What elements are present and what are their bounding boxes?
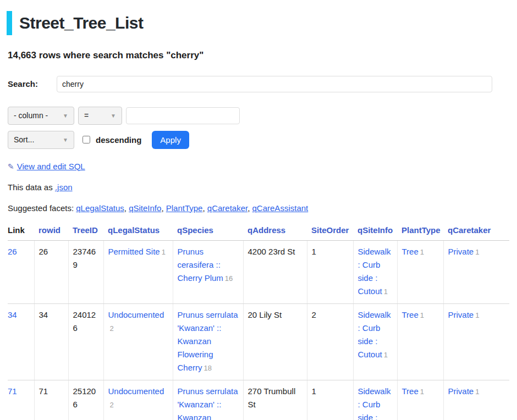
cell-qaddress: 4200 23rd St: [243, 240, 307, 303]
filter-column-value: - column -: [14, 111, 48, 120]
filter-value-input[interactable]: [126, 107, 240, 124]
column-header-link-qlegalstatus[interactable]: qLegalStatus: [108, 225, 160, 235]
facet-count-badge: 1: [475, 388, 479, 396]
filter-form: - column - ▼ = ▼: [8, 107, 509, 125]
search-input[interactable]: [57, 76, 492, 92]
filter-operator-select[interactable]: = ▼: [78, 107, 122, 125]
sql-link-line: ✎View and edit SQL: [8, 162, 509, 171]
cell-link-qsiteinfo[interactable]: Sidewalk: Curb side : Cutout: [358, 386, 391, 420]
cell-qspecies: Prunus serrulata 'Kwanzan' :: Kwanzan Fl…: [173, 303, 243, 380]
cell-qspecies: Prunus cerasifera :: Cherry Plum16: [173, 240, 243, 303]
column-header-qcaretaker[interactable]: qCaretaker: [443, 223, 509, 241]
column-header-qlegalstatus[interactable]: qLegalStatus: [103, 223, 173, 241]
column-header-planttype[interactable]: PlantType: [397, 223, 443, 241]
column-header-link-rowid[interactable]: rowid: [38, 225, 61, 235]
cell-treeid: 240126: [68, 303, 103, 380]
column-header-link-siteorder[interactable]: SiteOrder: [311, 225, 349, 235]
cell-link-link[interactable]: 71: [8, 386, 17, 396]
column-header-link-planttype[interactable]: PlantType: [402, 225, 441, 235]
cell-link-qspecies[interactable]: Prunus cerasifera :: Cherry Plum: [178, 247, 223, 283]
filter-operator-value: =: [84, 111, 89, 120]
cell-planttype: Tree1: [397, 380, 443, 420]
facet-count-badge: 16: [225, 274, 233, 283]
cell-link-qcaretaker[interactable]: Private: [448, 247, 474, 256]
cell-qlegalstatus: Permitted Site1: [103, 240, 173, 303]
column-header-qspecies[interactable]: qSpecies: [173, 223, 243, 241]
cell-planttype: Tree1: [397, 240, 443, 303]
descending-checkbox[interactable]: [82, 136, 90, 143]
descending-label: descending: [96, 135, 141, 145]
facet-count-badge: 1: [475, 311, 479, 319]
cell-qcaretaker: Private1: [443, 303, 509, 380]
cell-qcaretaker: Private1: [443, 240, 509, 303]
search-form: Search:: [8, 76, 509, 92]
cell-qcaretaker: Private1: [443, 380, 509, 420]
cell-link-link[interactable]: 26: [8, 247, 17, 256]
facet-link-qlegalstatus[interactable]: qLegalStatus: [76, 203, 124, 213]
sort-select-value: Sort...: [14, 135, 34, 144]
cell-link-link[interactable]: 34: [8, 310, 17, 319]
data-export-line: This data as .json: [8, 183, 509, 192]
column-header-link-qaddress[interactable]: qAddress: [248, 225, 285, 235]
column-header-link: Link: [8, 223, 34, 241]
column-header-treeid[interactable]: TreeID: [68, 223, 103, 241]
cell-link-planttype[interactable]: Tree: [402, 386, 419, 396]
cell-treeid: 237469: [68, 240, 103, 303]
sort-select[interactable]: Sort... ▼: [8, 131, 74, 149]
table-row: 7171251206Undocumented2Prunus serrulata …: [8, 380, 509, 420]
facet-count-badge: 2: [110, 324, 114, 333]
sort-form: Sort... ▼ descending Apply: [8, 131, 509, 149]
search-label: Search:: [8, 79, 57, 89]
facet-link-qcareassistant[interactable]: qCareAssistant: [252, 203, 309, 213]
column-header-link-qsiteinfo[interactable]: qSiteInfo: [358, 225, 393, 235]
column-header-link-qcaretaker[interactable]: qCaretaker: [448, 225, 491, 235]
facet-link-planttype[interactable]: PlantType: [166, 203, 203, 213]
page-title: Street_Tree_List: [7, 11, 509, 35]
table-row: 2626237469Permitted Site1Prunus cerasife…: [8, 240, 509, 303]
cell-link: 71: [8, 380, 34, 420]
facet-link-qsiteinfo[interactable]: qSiteInfo: [129, 203, 161, 213]
pencil-icon: ✎: [8, 162, 14, 171]
cell-qsiteinfo: Sidewalk: Curb side : Cutout1: [353, 303, 397, 380]
filter-column-select[interactable]: - column - ▼: [8, 107, 74, 125]
cell-link-qlegalstatus[interactable]: Undocumented: [108, 310, 164, 319]
facet-count-badge: 1: [162, 248, 166, 256]
column-header-rowid[interactable]: rowid: [34, 223, 68, 241]
column-header-qsiteinfo[interactable]: qSiteInfo: [353, 223, 397, 241]
cell-rowid: 71: [34, 380, 68, 420]
suggested-facets-line: Suggested facets: qLegalStatus, qSiteInf…: [8, 203, 509, 213]
cell-link: 26: [8, 240, 34, 303]
apply-button[interactable]: Apply: [152, 131, 189, 149]
view-edit-sql-link[interactable]: View and edit SQL: [17, 162, 85, 171]
facet-link-qcaretaker[interactable]: qCaretaker: [207, 203, 248, 213]
cell-link-qspecies[interactable]: Prunus serrulata 'Kwanzan' :: Kwanzan Fl…: [178, 310, 238, 372]
table-header-row: LinkrowidTreeIDqLegalStatusqSpeciesqAddr…: [8, 223, 509, 241]
json-link[interactable]: .json: [55, 183, 73, 192]
facet-count-badge: 2: [110, 401, 114, 409]
results-table: LinkrowidTreeIDqLegalStatusqSpeciesqAddr…: [8, 223, 509, 420]
cell-siteorder: 1: [307, 240, 353, 303]
column-header-link-qspecies[interactable]: qSpecies: [177, 225, 213, 235]
column-header-link-treeid[interactable]: TreeID: [73, 225, 98, 235]
facet-count-badge: 1: [420, 248, 424, 256]
table-row: 3434240126Undocumented2Prunus serrulata …: [8, 303, 509, 380]
column-header-qaddress[interactable]: qAddress: [243, 223, 307, 241]
cell-link-qlegalstatus[interactable]: Permitted Site: [108, 247, 160, 256]
cell-link-qlegalstatus[interactable]: Undocumented: [108, 386, 164, 396]
cell-siteorder: 2: [307, 303, 353, 380]
cell-link-qcaretaker[interactable]: Private: [448, 310, 474, 319]
column-header-siteorder[interactable]: SiteOrder: [307, 223, 353, 241]
facet-count-badge: 1: [384, 288, 388, 296]
cell-link-qspecies[interactable]: Prunus serrulata 'Kwanzan' :: Kwanzan Fl…: [178, 386, 238, 420]
cell-planttype: Tree1: [397, 303, 443, 380]
facet-count-badge: 1: [420, 311, 424, 319]
facets-prefix: Suggested facets:: [8, 203, 76, 213]
facet-count-badge: 1: [420, 388, 424, 396]
cell-link-qcaretaker[interactable]: Private: [448, 386, 474, 396]
chevron-down-icon: ▼: [111, 113, 116, 119]
cell-link: 34: [8, 303, 34, 380]
facet-links: qLegalStatus, qSiteInfo, PlantType, qCar…: [76, 203, 308, 213]
cell-link-planttype[interactable]: Tree: [402, 247, 419, 256]
cell-link-planttype[interactable]: Tree: [402, 310, 419, 319]
facet-count-badge: 1: [475, 248, 479, 256]
